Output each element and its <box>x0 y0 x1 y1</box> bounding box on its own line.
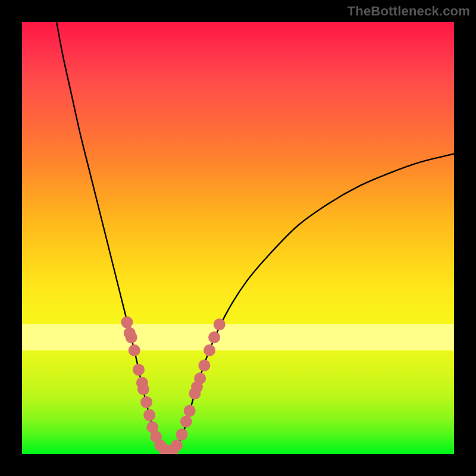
data-dot <box>180 416 192 428</box>
data-dot <box>184 405 196 416</box>
bottleneck-curve <box>57 22 454 452</box>
data-dot <box>203 345 215 356</box>
data-dot <box>194 372 206 384</box>
data-dot <box>121 317 133 328</box>
data-dot <box>126 331 137 343</box>
data-dot <box>133 364 145 375</box>
data-dot <box>143 409 155 421</box>
data-dot <box>140 396 152 408</box>
data-dot <box>129 345 140 356</box>
chart-frame: TheBottleneck.com <box>0 0 476 476</box>
data-dots <box>121 317 225 454</box>
data-dot <box>208 331 220 343</box>
chart-plot-area <box>22 22 454 454</box>
chart-svg <box>22 22 454 454</box>
watermark-text: TheBottleneck.com <box>347 4 470 19</box>
data-dot <box>176 428 188 440</box>
data-dot <box>198 359 210 371</box>
data-dot <box>171 439 183 451</box>
data-dot <box>214 318 226 330</box>
data-dot <box>137 383 149 395</box>
